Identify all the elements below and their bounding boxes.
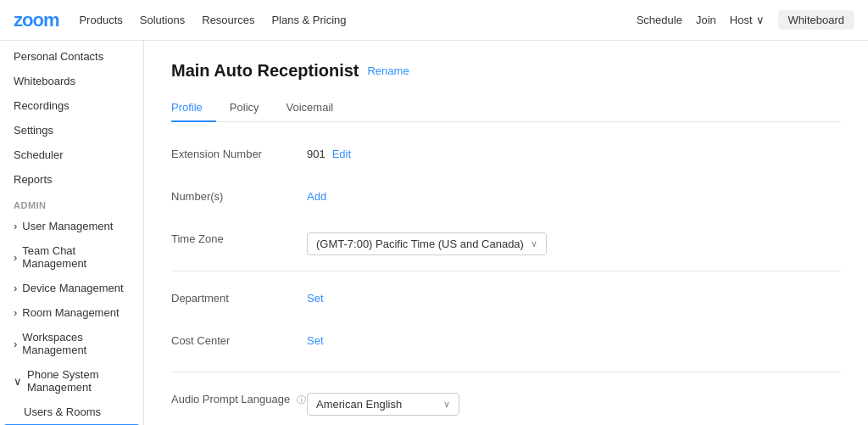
main-content: Main Auto Receptionist Rename Profile Po… [144,41,868,425]
sidebar-item-workspaces-management[interactable]: › Workspaces Management [0,325,143,362]
audio-prompt-dropdown[interactable]: American English ∨ [307,393,459,416]
sidebar-item-recordings[interactable]: Recordings [0,93,143,118]
tab-voicemail[interactable]: Voicemail [273,94,348,122]
sidebar-item-team-chat-management[interactable]: › Team Chat Management [0,238,143,276]
rename-link[interactable]: Rename [367,64,409,77]
sidebar-item-room-management[interactable]: › Room Management [0,300,143,325]
extension-number-edit[interactable]: Edit [332,148,351,160]
department-value: Set [307,287,841,305]
sidebar-item-user-management[interactable]: › User Management [0,214,143,238]
join-link[interactable]: Join [696,14,716,26]
tab-policy[interactable]: Policy [216,94,273,122]
nav-solutions[interactable]: Solutions [140,14,185,26]
nav-resources[interactable]: Resources [202,14,254,26]
numbers-add[interactable]: Add [307,190,326,203]
chevron-down-icon: ∨ [756,14,765,26]
admin-section-label: ADMIN [0,192,143,214]
host-button[interactable]: Host ∨ [730,14,765,26]
chevron-down-icon: ∨ [14,375,22,388]
extension-number-label: Extension Number [171,143,307,160]
chevron-down-icon: ∨ [531,238,537,249]
app-layout: Personal Contacts Whiteboards Recordings… [0,41,868,425]
timezone-dropdown[interactable]: (GMT-7:00) Pacific Time (US and Canada) … [307,232,547,255]
divider-2 [171,372,841,372]
whiteboard-button[interactable]: Whiteboard [778,10,854,30]
timezone-row: Time Zone (GMT-7:00) Pacific Time (US an… [171,227,841,255]
numbers-label: Number(s) [171,185,307,203]
chevron-right-icon: › [14,220,17,232]
cost-center-label: Cost Center [171,329,307,347]
extension-number-text: 901 [307,148,326,160]
extension-number-value: 901 Edit [307,143,841,160]
audio-prompt-label: Audio Prompt Language ⓘ [171,388,307,406]
cost-center-set[interactable]: Set [307,334,324,347]
chevron-right-icon: › [14,306,17,319]
timezone-selected: (GMT-7:00) Pacific Time (US and Canada) [316,238,524,250]
nav-plans-pricing[interactable]: Plans & Pricing [271,14,346,26]
audio-prompt-row: Audio Prompt Language ⓘ American English… [171,388,841,416]
department-set[interactable]: Set [307,292,324,305]
chevron-down-icon: ∨ [443,399,450,410]
audio-prompt-value: American English ∨ [307,388,841,416]
info-icon: ⓘ [297,394,306,405]
sidebar-item-reports[interactable]: Reports [0,167,143,192]
nav-products[interactable]: Products [79,14,122,26]
audio-prompt-selected: American English [316,398,402,411]
sidebar-item-settings[interactable]: Settings [0,118,143,143]
sidebar-item-whiteboards[interactable]: Whiteboards [0,69,143,93]
numbers-value: Add [307,185,841,203]
chevron-right-icon: › [14,338,17,350]
top-nav: zoom Products Solutions Resources Plans … [0,0,868,41]
nav-right: Schedule Join Host ∨ Whiteboard [637,10,854,30]
sidebar-item-device-management[interactable]: › Device Management [0,276,143,300]
chevron-right-icon: › [14,282,17,294]
sidebar-item-scheduler[interactable]: Scheduler [0,143,143,167]
divider-1 [171,271,841,271]
tabs: Profile Policy Voicemail [171,94,841,122]
department-label: Department [171,287,307,305]
timezone-label: Time Zone [171,227,307,245]
cost-center-value: Set [307,329,841,347]
page-title: Main Auto Receptionist [171,61,359,81]
timezone-value: (GMT-7:00) Pacific Time (US and Canada) … [307,227,841,255]
sidebar-item-personal-contacts[interactable]: Personal Contacts [0,44,143,69]
zoom-logo[interactable]: zoom [14,9,58,31]
nav-links: Products Solutions Resources Plans & Pri… [79,14,636,26]
page-title-area: Main Auto Receptionist Rename [171,61,841,81]
department-row: Department Set [171,287,841,314]
extension-number-row: Extension Number 901 Edit [171,143,841,170]
cost-center-row: Cost Center Set [171,329,841,356]
schedule-link[interactable]: Schedule [637,14,682,26]
numbers-row: Number(s) Add [171,185,841,212]
chevron-right-icon: › [14,251,17,264]
tab-profile[interactable]: Profile [171,94,216,122]
sidebar: Personal Contacts Whiteboards Recordings… [0,41,144,425]
sidebar-item-phone-system-management[interactable]: ∨ Phone System Management [0,362,143,400]
sidebar-sub-item-users-rooms[interactable]: Users & Rooms [0,400,143,424]
